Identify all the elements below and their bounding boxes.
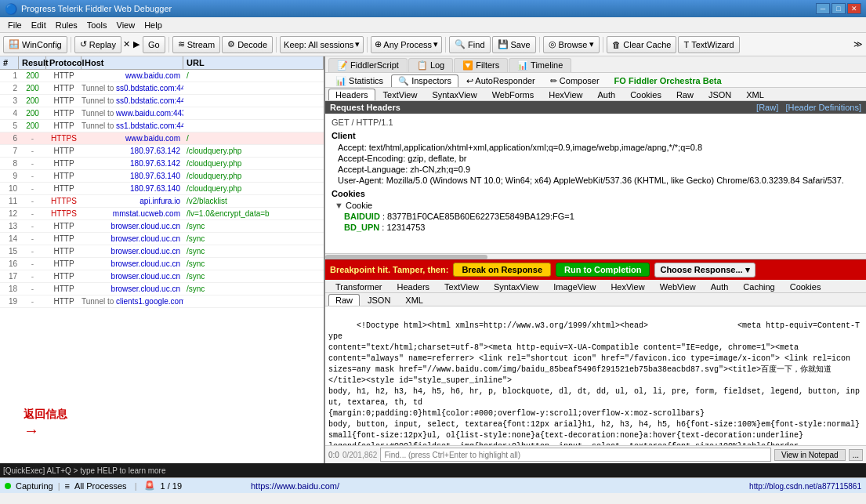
- row-url: /cloudquery.php: [183, 159, 324, 168]
- row-host: 180.97.63.142: [82, 147, 183, 155]
- browse-button[interactable]: ◎ Browse ▾: [543, 36, 600, 53]
- run-to-completion-button[interactable]: Run to Completion: [556, 263, 650, 277]
- table-row[interactable]: 3 200 HTTP Tunnel to ss0.bdstatic.com:44…: [0, 95, 324, 107]
- menu-file[interactable]: File: [3, 20, 27, 31]
- count-display: 0/201,862: [342, 451, 378, 459]
- table-row[interactable]: 17 - HTTP browser.cloud.uc.cn /sync: [0, 270, 324, 283]
- clear-cache-button[interactable]: 🗑 Clear Cache: [607, 36, 676, 53]
- tab-filters[interactable]: 🔽 Filters: [454, 58, 508, 72]
- raw-link[interactable]: [Raw]: [756, 103, 778, 112]
- close-button[interactable]: ✕: [847, 3, 861, 14]
- resp-tab-webview[interactable]: WebView: [653, 281, 703, 292]
- tab-log[interactable]: 📋 Log: [408, 58, 453, 72]
- resp-tab-cookies[interactable]: Cookies: [783, 281, 828, 292]
- save-button[interactable]: 💾 Save: [492, 36, 536, 53]
- break-on-response-button[interactable]: Break on Response: [453, 263, 551, 277]
- find-more-button[interactable]: ...: [849, 449, 863, 461]
- resp-tab-auth[interactable]: Auth: [704, 281, 736, 292]
- expand-icon[interactable]: ≫: [853, 39, 863, 49]
- subtab-syntaxview[interactable]: SyntaxView: [425, 89, 484, 100]
- subtab-raw[interactable]: Raw: [669, 89, 701, 100]
- subtab-xml[interactable]: XML: [739, 89, 771, 100]
- resp-tab-textview[interactable]: TextView: [437, 281, 486, 292]
- table-row[interactable]: 13 - HTTP browser.cloud.uc.cn /sync: [0, 220, 324, 233]
- tab-timeline[interactable]: 📊 Timeline: [509, 58, 571, 72]
- row-host: www.baidu.com: [82, 71, 183, 80]
- resp-subtab-json[interactable]: JSON: [361, 294, 397, 306]
- table-row[interactable]: 11 - HTTPS api.infura.io /v2/blacklist: [0, 195, 324, 208]
- subtab-cookies[interactable]: Cookies: [623, 89, 669, 100]
- position-display: 0:0: [328, 451, 339, 459]
- resp-tab-caching[interactable]: Caching: [736, 281, 781, 292]
- winconfig-button[interactable]: 🪟 WinConfig: [3, 36, 67, 53]
- tab-autoresponder[interactable]: ↩ AutoResponder: [459, 74, 542, 87]
- table-row[interactable]: 10 - HTTP 180.97.63.140 /cloudquery.php: [0, 183, 324, 195]
- table-row[interactable]: 1 200 HTTP www.baidu.com /: [0, 70, 324, 82]
- table-row[interactable]: 7 - HTTP 180.97.63.142 /cloudquery.php: [0, 145, 324, 158]
- find-button[interactable]: 🔍 Find: [449, 36, 490, 53]
- textwizard-button[interactable]: T TextWizard: [678, 36, 739, 53]
- table-row[interactable]: 9 - HTTP 180.97.63.140 /cloudquery.php: [0, 170, 324, 183]
- menu-view[interactable]: View: [112, 20, 140, 31]
- subtab-webforms[interactable]: WebForms: [485, 89, 542, 100]
- replay-button[interactable]: ↺ Replay: [74, 36, 121, 53]
- stream-button[interactable]: ≋ Stream: [172, 36, 220, 53]
- find-input[interactable]: [380, 448, 771, 462]
- resp-tab-transformer[interactable]: Transformer: [328, 281, 390, 292]
- col-protocol: Protocol: [46, 56, 82, 69]
- table-row[interactable]: 14 - HTTP browser.cloud.uc.cn /sync: [0, 233, 324, 245]
- resp-tab-hexview[interactable]: HexView: [603, 281, 651, 292]
- response-content[interactable]: <!Doctype html><html xmlns=http://www.w3…: [325, 306, 866, 446]
- subtab-hexview[interactable]: HexView: [542, 89, 589, 100]
- subtab-auth[interactable]: Auth: [591, 89, 623, 100]
- row-host: api.infura.io: [82, 197, 183, 205]
- subtab-json[interactable]: JSON: [701, 89, 738, 100]
- toolbar-arrow[interactable]: ▶: [132, 39, 141, 49]
- tab-statistics[interactable]: 📊 Statistics: [328, 74, 390, 87]
- resp-tab-syntaxview[interactable]: SyntaxView: [487, 281, 545, 292]
- minimize-button[interactable]: ─: [816, 3, 830, 14]
- menu-help[interactable]: Help: [140, 20, 167, 31]
- subtab-headers[interactable]: Headers: [328, 89, 375, 100]
- table-row[interactable]: 5 200 HTTP Tunnel to ss1.bdstatic.com:44…: [0, 120, 324, 132]
- table-row[interactable]: 2 200 HTTP Tunnel to ss0.bdstatic.com:44…: [0, 82, 324, 95]
- resp-subtab-xml[interactable]: XML: [398, 294, 430, 306]
- row-result: 200: [19, 71, 46, 80]
- row-url: /v2/blacklist: [183, 197, 324, 205]
- keep-sessions-dropdown[interactable]: Keep: All sessions ▾: [280, 36, 364, 53]
- subtab-textview[interactable]: TextView: [376, 89, 425, 100]
- tab-fiddlerscript[interactable]: 📝 FiddlerScript: [328, 58, 408, 72]
- go-button[interactable]: Go: [143, 36, 165, 53]
- horizontal-scrollbar[interactable]: [325, 253, 866, 259]
- resp-tab-imageview[interactable]: ImageView: [546, 281, 603, 292]
- table-row[interactable]: 12 - HTTPS mmstat.ucweb.com /lv=1.0&encr…: [0, 208, 324, 220]
- table-row[interactable]: 16 - HTTP browser.cloud.uc.cn /sync: [0, 258, 324, 270]
- choose-response-dropdown[interactable]: Choose Response... ▾: [654, 263, 755, 277]
- table-row[interactable]: 8 - HTTP 180.97.63.142 /cloudquery.php: [0, 158, 324, 170]
- header-def-link[interactable]: [Header Definitions]: [785, 103, 861, 112]
- all-processes-label: All Processes: [74, 481, 127, 491]
- session-list[interactable]: 1 200 HTTP www.baidu.com / 2 200 HTTP Tu…: [0, 70, 324, 463]
- menu-rules[interactable]: Rules: [51, 20, 82, 31]
- tab-composer[interactable]: ✏ Composer: [543, 74, 607, 87]
- table-row[interactable]: 4 200 HTTP Tunnel to www.baidu.com:443: [0, 107, 324, 120]
- quickexec-bar[interactable]: [QuickExec] ALT+Q > type HELP to learn m…: [0, 463, 866, 477]
- table-row[interactable]: 15 - HTTP browser.cloud.uc.cn /sync: [0, 245, 324, 258]
- headers-content[interactable]: GET / HTTP/1.1 Client Accept: text/html,…: [325, 114, 866, 253]
- row-host: browser.cloud.uc.cn: [82, 222, 183, 230]
- row-host: Tunnel to ss1.bdstatic.com:443: [82, 121, 183, 130]
- tab-inspectors[interactable]: 🔍 Inspectors: [391, 74, 458, 87]
- tab-fiddler-orchestra[interactable]: FO Fiddler Orchestra Beta: [607, 74, 729, 87]
- menu-tools[interactable]: Tools: [82, 20, 112, 31]
- process-filter-dropdown[interactable]: ⊕ Any Process ▾: [371, 36, 442, 53]
- resp-subtab-raw[interactable]: Raw: [328, 294, 360, 306]
- table-row[interactable]: 18 - HTTP browser.cloud.uc.cn /sync: [0, 283, 324, 296]
- resp-tab-headers[interactable]: Headers: [390, 281, 437, 292]
- toolbar-x[interactable]: ✕: [123, 39, 130, 49]
- view-in-notepad-button[interactable]: View in Notepad: [774, 449, 846, 461]
- decode-button[interactable]: ⚙ Decode: [222, 36, 273, 53]
- table-row[interactable]: 19 - HTTP Tunnel to clients1.google.com:…: [0, 296, 324, 308]
- maximize-button[interactable]: □: [832, 3, 846, 14]
- table-row[interactable]: 6 - HTTPS www.baidu.com /: [0, 132, 324, 145]
- menu-edit[interactable]: Edit: [27, 20, 51, 31]
